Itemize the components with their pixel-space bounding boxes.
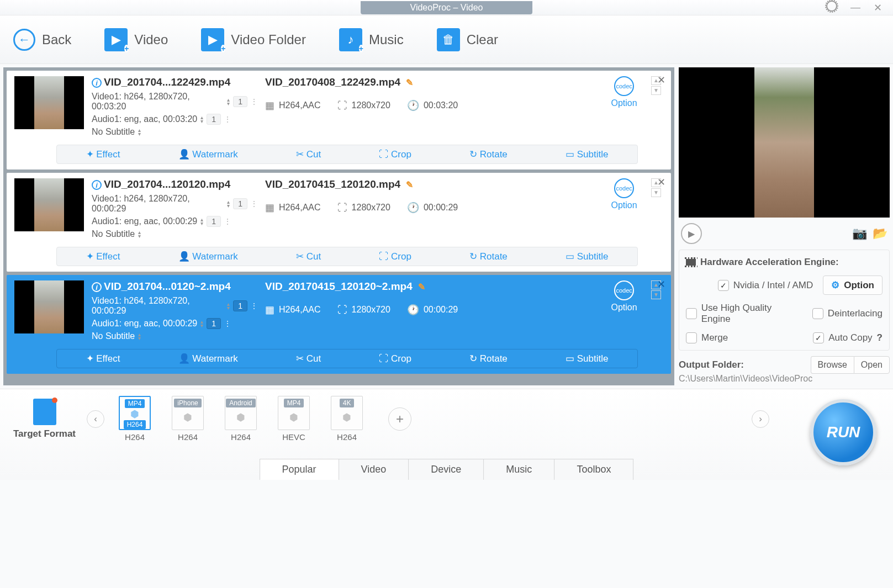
codec-info: ▦H264,AAC [265, 202, 321, 214]
subtitle-info: No Subtitle▴▾ [92, 229, 257, 239]
cut-button[interactable]: ✂ Cut [296, 353, 321, 364]
output-folder-label: Output Folder: [679, 359, 744, 370]
format-tab[interactable]: Popular [260, 459, 339, 480]
watermark-button[interactable]: 👤 Watermark [178, 149, 238, 160]
add-music-button[interactable]: ♪+Music [339, 28, 404, 51]
format-next-button[interactable]: › [752, 410, 769, 428]
open-button[interactable]: Open [854, 356, 890, 374]
title-bar: VideoProc – Video — ✕ [0, 0, 893, 15]
format-tab[interactable]: Video [339, 459, 409, 480]
target-format-label: Target Format [13, 399, 76, 439]
codec-option-button[interactable]: codecOption [605, 280, 643, 312]
add-folder-button[interactable]: ▶+Video Folder [201, 28, 306, 51]
cut-button[interactable]: ✂ Cut [296, 251, 321, 262]
resolution-info: ⛶1280x720 [337, 304, 390, 316]
chip-icon [686, 259, 696, 266]
move-down-button[interactable]: ▼ [651, 188, 661, 197]
video-thumbnail [14, 76, 84, 129]
hq-checkbox[interactable]: Use High Quality Engine [686, 303, 802, 325]
duration-info: 🕐00:03:20 [407, 99, 458, 112]
resolution-info: ⛶1280x720 [337, 202, 390, 214]
format-option[interactable]: MP4 ⬢ HEVC [274, 396, 313, 442]
hardware-panel: Hardware Acceleration Engine: ✓Nvidia / … [679, 250, 890, 351]
watermark-button[interactable]: 👤 Watermark [178, 251, 238, 262]
hw-option-button[interactable]: ⚙Option [823, 276, 883, 295]
subtitle-info: No Subtitle▴▾ [92, 127, 257, 137]
video-thumbnail [14, 280, 84, 333]
snapshot-icon[interactable]: 📷 [852, 226, 867, 241]
video-preview [679, 67, 890, 218]
clear-button[interactable]: 🗑Clear [437, 28, 498, 51]
rename-icon[interactable]: ✎ [406, 77, 413, 88]
video-stream-info: Video1: h264, 1280x720, 00:00:29▴▾1⋮ [92, 296, 257, 316]
codec-info: ▦H264,AAC [265, 99, 321, 112]
effect-button[interactable]: ✦ Effect [86, 251, 120, 262]
video-thumbnail [14, 178, 84, 231]
format-option[interactable]: 4K ⬢ H264 [327, 396, 366, 442]
format-option[interactable]: Android ⬢ H264 [221, 396, 260, 442]
audio-stream-info: Audio1: eng, aac, 00:03:20▴▾1⋮ [92, 114, 257, 125]
deinterlace-checkbox[interactable]: Deinterlacing [812, 308, 883, 319]
rotate-button[interactable]: ↻ Rotate [469, 353, 508, 364]
format-tab[interactable]: Toolbox [554, 459, 633, 480]
effect-button[interactable]: ✦ Effect [86, 353, 120, 364]
nvidia-checkbox[interactable]: ✓Nvidia / Intel / AMD [718, 280, 813, 291]
effect-button[interactable]: ✦ Effect [86, 149, 120, 160]
settings-icon[interactable] [826, 1, 837, 14]
merge-checkbox[interactable]: Merge [686, 332, 728, 343]
video-card[interactable]: ✕ iVID_201704...120120.mp4 Video1: h264,… [7, 173, 671, 272]
video-card[interactable]: ✕ iVID_201704...0120~2.mp4 Video1: h264,… [7, 275, 671, 374]
remove-video-button[interactable]: ✕ [657, 176, 665, 188]
duration-info: 🕐00:00:29 [407, 202, 458, 214]
duration-info: 🕐00:00:29 [407, 304, 458, 316]
add-video-button[interactable]: ▶+Video [104, 28, 168, 51]
run-button[interactable]: RUN [810, 399, 876, 465]
subtitle-button[interactable]: ▭ Subtitle [566, 353, 608, 364]
main-toolbar: ←Back ▶+Video ▶+Video Folder ♪+Music 🗑Cl… [0, 15, 893, 64]
output-file-name: VID_20170408_122429.mp4✎ [265, 76, 597, 88]
minimize-button[interactable]: — [850, 2, 860, 13]
video-list: ✕ iVID_201704...122429.mp4 Video1: h264,… [3, 67, 674, 385]
cut-button[interactable]: ✂ Cut [296, 149, 321, 160]
crop-button[interactable]: ⛶ Crop [379, 251, 411, 262]
format-option[interactable]: MP4 ⬢ H264 H264 [115, 396, 154, 442]
close-button[interactable]: ✕ [874, 2, 882, 14]
autocopy-checkbox[interactable]: ✓Auto Copy ? [813, 332, 883, 343]
subtitle-info: No Subtitle▴▾ [92, 331, 257, 341]
rotate-button[interactable]: ↻ Rotate [469, 251, 508, 262]
subtitle-button[interactable]: ▭ Subtitle [566, 149, 608, 160]
crop-button[interactable]: ⛶ Crop [379, 353, 411, 364]
format-option[interactable]: iPhone ⬢ H264 [168, 396, 207, 442]
back-button[interactable]: ←Back [13, 29, 71, 51]
format-tab[interactable]: Device [408, 459, 483, 480]
rename-icon[interactable]: ✎ [418, 282, 425, 292]
remove-video-button[interactable]: ✕ [657, 74, 665, 86]
rename-icon[interactable]: ✎ [406, 179, 413, 190]
move-down-button[interactable]: ▼ [651, 290, 661, 299]
rotate-button[interactable]: ↻ Rotate [469, 149, 508, 160]
codec-option-button[interactable]: codecOption [605, 178, 643, 210]
document-icon [33, 399, 56, 425]
video-stream-info: Video1: h264, 1280x720, 00:03:20▴▾1⋮ [92, 92, 257, 112]
resolution-info: ⛶1280x720 [337, 100, 390, 112]
video-stream-info: Video1: h264, 1280x720, 00:00:29▴▾1⋮ [92, 194, 257, 214]
audio-stream-info: Audio1: eng, aac, 00:00:29▴▾1⋮ [92, 318, 257, 329]
format-add-button[interactable]: + [388, 407, 411, 431]
format-tab[interactable]: Music [483, 459, 554, 480]
move-down-button[interactable]: ▼ [651, 86, 661, 95]
play-button[interactable]: ▶ [681, 223, 702, 244]
open-folder-icon[interactable]: 📂 [873, 226, 887, 241]
window-title: VideoProc – Video [361, 1, 533, 14]
file-name: iVID_201704...120120.mp4 [92, 178, 257, 190]
output-file-name: VID_20170415_120120~2.mp4✎ [265, 280, 597, 293]
crop-button[interactable]: ⛶ Crop [379, 149, 411, 160]
format-prev-button[interactable]: ‹ [87, 410, 104, 428]
watermark-button[interactable]: 👤 Watermark [178, 353, 238, 364]
codec-info: ▦H264,AAC [265, 304, 321, 316]
codec-option-button[interactable]: codecOption [605, 76, 643, 108]
remove-video-button[interactable]: ✕ [657, 278, 665, 290]
browse-button[interactable]: Browse [811, 356, 854, 374]
output-path: C:\Users\Martin\Videos\VideoProc [679, 374, 890, 384]
video-card[interactable]: ✕ iVID_201704...122429.mp4 Video1: h264,… [7, 71, 671, 169]
subtitle-button[interactable]: ▭ Subtitle [566, 251, 608, 262]
